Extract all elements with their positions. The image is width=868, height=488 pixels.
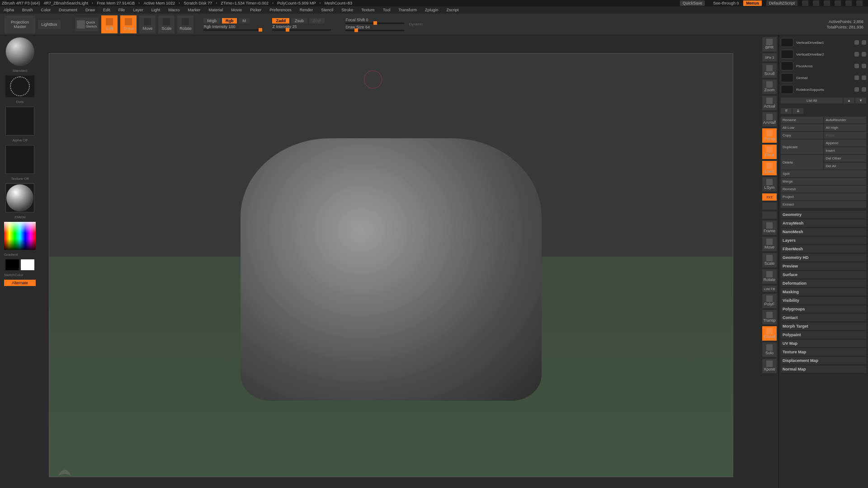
- scale-nav-button[interactable]: Scale: [762, 253, 777, 267]
- eye-icon[interactable]: [854, 52, 859, 56]
- move-up-icon[interactable]: ⇈: [781, 108, 792, 114]
- paint-icon[interactable]: [862, 40, 866, 45]
- polyf-button[interactable]: PolyF: [762, 294, 777, 308]
- window-icon[interactable]: [802, 0, 808, 6]
- section-header[interactable]: Displacement Map: [781, 357, 866, 364]
- subtool-row[interactable]: Gimbal: [781, 72, 866, 83]
- zadd-toggle[interactable]: Zadd: [272, 18, 289, 23]
- default-zscript[interactable]: DefaultZScript: [766, 0, 797, 6]
- rotate-nav-button[interactable]: Rotate: [762, 269, 777, 284]
- section-header[interactable]: ArrayMesh: [781, 220, 866, 227]
- paint-icon[interactable]: [862, 52, 866, 56]
- menu-item[interactable]: Light: [151, 8, 160, 12]
- subtool-row[interactable]: PivotArms: [781, 61, 866, 71]
- draw-size-slider[interactable]: Draw Size 64: [345, 25, 404, 31]
- section-header[interactable]: Polygroups: [781, 305, 866, 313]
- menu-item[interactable]: Zplugin: [425, 8, 439, 12]
- insert-button[interactable]: Insert: [824, 147, 867, 154]
- delall-button[interactable]: Del All: [824, 163, 867, 169]
- z-button[interactable]: [762, 211, 777, 219]
- transp-button[interactable]: Transp: [762, 310, 777, 324]
- solo-button[interactable]: Solo: [762, 343, 777, 357]
- primary-color[interactable]: [21, 259, 34, 270]
- edit-mode-button[interactable]: Edit: [101, 15, 118, 33]
- projection-master-button[interactable]: Projection Master: [5, 15, 35, 33]
- menu-item[interactable]: Brush: [22, 8, 33, 12]
- paint-icon[interactable]: [862, 87, 866, 92]
- draw-mode-button[interactable]: Draw: [120, 15, 137, 33]
- rotate-mode-button[interactable]: Rotate: [177, 15, 193, 33]
- persp-button[interactable]: Persp: [762, 128, 777, 143]
- scale-mode-button[interactable]: Scale: [158, 15, 175, 33]
- section-header[interactable]: Morph Target: [781, 323, 866, 330]
- section-header[interactable]: Masking: [781, 288, 866, 296]
- menu-item[interactable]: Color: [41, 8, 51, 12]
- menu-item[interactable]: Tool: [383, 8, 391, 12]
- menu-item[interactable]: Draw: [85, 8, 95, 12]
- append-button[interactable]: Append: [824, 140, 867, 146]
- window-icon[interactable]: [824, 0, 830, 6]
- brush-selector[interactable]: [5, 37, 34, 66]
- zcut-toggle[interactable]: Zcut: [309, 18, 325, 23]
- section-header[interactable]: NanoMesh: [781, 228, 866, 235]
- ghost-button[interactable]: Ghost: [762, 326, 777, 341]
- section-header[interactable]: Geometry HD: [781, 254, 866, 261]
- section-header[interactable]: Polypaint: [781, 331, 866, 338]
- section-header[interactable]: Layers: [781, 237, 866, 244]
- stroke-selector[interactable]: [5, 75, 34, 97]
- alpha-selector[interactable]: [5, 107, 34, 136]
- scroll-button[interactable]: Scroll: [762, 63, 777, 78]
- local-button[interactable]: Local: [762, 161, 777, 175]
- secondary-color[interactable]: [5, 259, 19, 270]
- quick-sketch-button[interactable]: Quick Sketch: [75, 18, 99, 31]
- eye-icon[interactable]: [854, 40, 859, 45]
- z-intensity-slider[interactable]: Z Intensity 25: [272, 24, 331, 31]
- section-header[interactable]: Normal Map: [781, 366, 866, 373]
- alternate-button[interactable]: Alternate: [4, 280, 36, 286]
- menu-item[interactable]: Texture: [361, 8, 375, 12]
- menu-item[interactable]: Alpha: [4, 8, 14, 12]
- section-header[interactable]: Geometry: [781, 211, 866, 218]
- focal-shift-slider[interactable]: Focal Shift 0: [345, 18, 404, 24]
- linefill-button[interactable]: Line Fill: [762, 286, 777, 292]
- rgb-toggle[interactable]: Rgb: [222, 18, 237, 23]
- floor-button[interactable]: Floor: [762, 145, 777, 159]
- gradient-label[interactable]: Gradient: [4, 253, 36, 257]
- rgb-intensity-slider[interactable]: Rgb Intensity 100: [203, 24, 262, 31]
- zsub-toggle[interactable]: Zsub: [291, 18, 307, 23]
- section-header[interactable]: Texture Map: [781, 348, 866, 356]
- close-icon[interactable]: [856, 0, 863, 6]
- menu-item[interactable]: Zscript: [447, 8, 459, 12]
- duplicate-button[interactable]: Duplicate: [781, 140, 823, 154]
- menu-item[interactable]: Stencil: [321, 8, 333, 12]
- subtool-row[interactable]: VerticalDriveBar2: [781, 49, 866, 60]
- lightbox-button[interactable]: LightBox: [38, 20, 61, 29]
- allhigh-button[interactable]: All High: [824, 124, 867, 131]
- section-header[interactable]: Preview: [781, 263, 866, 270]
- delother-button[interactable]: Del Other: [824, 155, 867, 162]
- zoom-button[interactable]: Zoom: [762, 80, 777, 94]
- menu-item[interactable]: Material: [208, 8, 223, 12]
- subtool-row[interactable]: VerticalDriveBar1: [781, 37, 866, 48]
- actual-button[interactable]: Actual: [762, 96, 777, 110]
- arrow-down-icon[interactable]: ▼: [855, 98, 866, 103]
- menu-item[interactable]: Render: [300, 8, 313, 12]
- texture-selector[interactable]: [5, 145, 34, 174]
- section-header[interactable]: Surface: [781, 271, 866, 278]
- menu-item[interactable]: Transform: [398, 8, 417, 12]
- menu-item[interactable]: File: [118, 8, 125, 12]
- paste-button[interactable]: Paste: [824, 132, 867, 139]
- mrgb-toggle[interactable]: Mrgb: [203, 18, 220, 23]
- split-button[interactable]: Split: [781, 170, 866, 177]
- bpr-button[interactable]: BPR: [762, 37, 777, 52]
- y-button[interactable]: [762, 202, 777, 210]
- remesh-button[interactable]: Remesh: [781, 186, 866, 192]
- menu-item[interactable]: Edit: [103, 8, 110, 12]
- extract-button[interactable]: Extract: [781, 201, 866, 208]
- quicksave-button[interactable]: QuickSave: [680, 0, 705, 6]
- xyz-button[interactable]: XYZ: [762, 193, 777, 201]
- dynamic-label[interactable]: Dynamic: [409, 22, 423, 26]
- material-selector[interactable]: [5, 183, 34, 212]
- paint-icon[interactable]: [862, 64, 866, 68]
- eye-icon[interactable]: [854, 87, 859, 92]
